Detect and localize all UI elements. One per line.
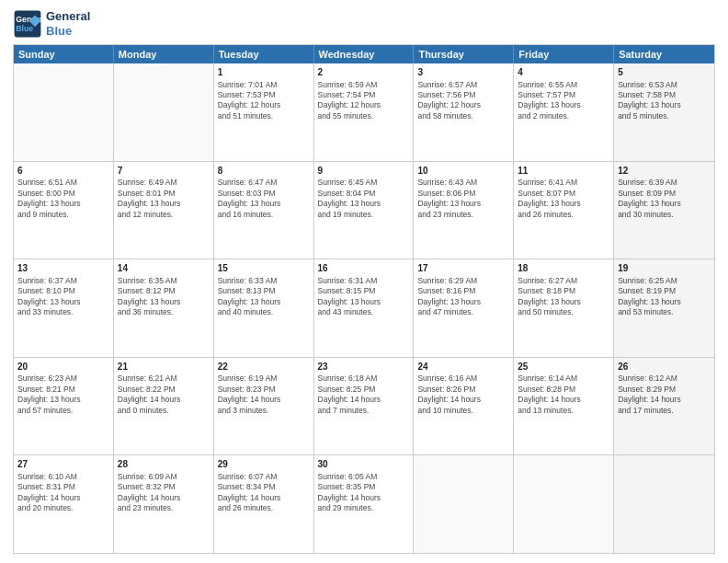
- day-cell-7: 7Sunrise: 6:49 AMSunset: 8:01 PMDaylight…: [114, 162, 214, 259]
- day-info: Sunrise: 6:07 AMSunset: 8:34 PMDaylight:…: [218, 472, 310, 514]
- day-number: 3: [417, 66, 509, 79]
- calendar: SundayMondayTuesdayWednesdayThursdayFrid…: [13, 44, 715, 554]
- day-of-week-wednesday: Wednesday: [314, 45, 415, 63]
- day-cell-10: 10Sunrise: 6:43 AMSunset: 8:06 PMDayligh…: [414, 162, 514, 259]
- day-cell-19: 19Sunrise: 6:25 AMSunset: 8:19 PMDayligh…: [614, 259, 714, 357]
- day-cell-12: 12Sunrise: 6:39 AMSunset: 8:09 PMDayligh…: [614, 162, 714, 259]
- day-info: Sunrise: 6:57 AMSunset: 7:56 PMDaylight:…: [417, 80, 509, 122]
- day-cell-26: 26Sunrise: 6:12 AMSunset: 8:29 PMDayligh…: [614, 358, 714, 455]
- calendar-header: SundayMondayTuesdayWednesdayThursdayFrid…: [14, 45, 714, 63]
- day-cell-2: 2Sunrise: 6:59 AMSunset: 7:54 PMDaylight…: [314, 63, 415, 161]
- calendar-week-3: 13Sunrise: 6:37 AMSunset: 8:10 PMDayligh…: [14, 259, 714, 357]
- day-number: 20: [17, 361, 109, 373]
- empty-cell: [614, 455, 714, 553]
- day-cell-28: 28Sunrise: 6:09 AMSunset: 8:32 PMDayligh…: [114, 455, 214, 553]
- day-number: 6: [17, 165, 109, 178]
- day-info: Sunrise: 6:27 AMSunset: 8:18 PMDaylight:…: [518, 276, 609, 318]
- day-number: 23: [318, 361, 410, 373]
- day-cell-27: 27Sunrise: 6:10 AMSunset: 8:31 PMDayligh…: [14, 455, 114, 553]
- day-of-week-thursday: Thursday: [414, 45, 514, 63]
- day-info: Sunrise: 6:19 AMSunset: 8:23 PMDaylight:…: [218, 373, 310, 416]
- day-cell-24: 24Sunrise: 6:16 AMSunset: 8:26 PMDayligh…: [414, 358, 514, 455]
- day-cell-17: 17Sunrise: 6:29 AMSunset: 8:16 PMDayligh…: [414, 259, 514, 357]
- day-number: 25: [518, 361, 609, 373]
- day-cell-16: 16Sunrise: 6:31 AMSunset: 8:15 PMDayligh…: [314, 259, 415, 357]
- day-cell-14: 14Sunrise: 6:35 AMSunset: 8:12 PMDayligh…: [114, 259, 214, 357]
- day-number: 19: [618, 262, 711, 275]
- day-number: 28: [118, 458, 210, 471]
- day-number: 7: [118, 165, 210, 178]
- day-info: Sunrise: 6:53 AMSunset: 7:58 PMDaylight:…: [618, 80, 711, 122]
- logo-text-general: General: [46, 9, 90, 24]
- day-cell-20: 20Sunrise: 6:23 AMSunset: 8:21 PMDayligh…: [14, 358, 114, 455]
- day-number: 10: [417, 165, 509, 178]
- day-info: Sunrise: 6:45 AMSunset: 8:04 PMDaylight:…: [318, 178, 410, 220]
- day-number: 27: [17, 458, 109, 471]
- day-of-week-tuesday: Tuesday: [214, 45, 314, 63]
- day-info: Sunrise: 6:51 AMSunset: 8:00 PMDaylight:…: [17, 178, 109, 220]
- day-cell-29: 29Sunrise: 6:07 AMSunset: 8:34 PMDayligh…: [214, 455, 314, 553]
- day-info: Sunrise: 6:12 AMSunset: 8:29 PMDaylight:…: [618, 373, 711, 416]
- logo: General Blue General Blue: [13, 9, 90, 39]
- day-info: Sunrise: 6:39 AMSunset: 8:09 PMDaylight:…: [618, 178, 711, 220]
- day-info: Sunrise: 6:29 AMSunset: 8:16 PMDaylight:…: [417, 276, 509, 318]
- day-number: 12: [618, 165, 711, 178]
- day-info: Sunrise: 6:55 AMSunset: 7:57 PMDaylight:…: [518, 80, 609, 122]
- day-cell-13: 13Sunrise: 6:37 AMSunset: 8:10 PMDayligh…: [14, 259, 114, 357]
- day-info: Sunrise: 6:33 AMSunset: 8:13 PMDaylight:…: [218, 276, 310, 318]
- day-info: Sunrise: 6:18 AMSunset: 8:25 PMDaylight:…: [318, 373, 410, 416]
- day-number: 4: [518, 66, 609, 79]
- logo-icon: General Blue: [13, 9, 42, 39]
- logo-text-blue: Blue: [46, 24, 90, 39]
- empty-cell: [114, 63, 214, 161]
- day-number: 24: [417, 361, 509, 373]
- day-number: 8: [218, 165, 310, 178]
- day-info: Sunrise: 6:05 AMSunset: 8:35 PMDaylight:…: [318, 472, 410, 514]
- day-info: Sunrise: 6:31 AMSunset: 8:15 PMDaylight:…: [318, 276, 410, 318]
- day-number: 30: [318, 458, 410, 471]
- day-info: Sunrise: 6:43 AMSunset: 8:06 PMDaylight:…: [417, 178, 509, 220]
- day-info: Sunrise: 6:37 AMSunset: 8:10 PMDaylight:…: [17, 276, 109, 318]
- day-cell-9: 9Sunrise: 6:45 AMSunset: 8:04 PMDaylight…: [314, 162, 415, 259]
- empty-cell: [514, 455, 614, 553]
- day-cell-15: 15Sunrise: 6:33 AMSunset: 8:13 PMDayligh…: [214, 259, 314, 357]
- day-info: Sunrise: 6:35 AMSunset: 8:12 PMDaylight:…: [118, 276, 210, 318]
- day-info: Sunrise: 6:09 AMSunset: 8:32 PMDaylight:…: [118, 472, 210, 514]
- day-number: 15: [218, 262, 310, 275]
- empty-cell: [14, 63, 114, 161]
- day-info: Sunrise: 6:14 AMSunset: 8:28 PMDaylight:…: [518, 373, 609, 416]
- calendar-week-1: 1Sunrise: 7:01 AMSunset: 7:53 PMDaylight…: [14, 63, 714, 161]
- day-number: 9: [318, 165, 410, 178]
- day-number: 29: [218, 458, 310, 471]
- day-number: 14: [118, 262, 210, 275]
- day-cell-21: 21Sunrise: 6:21 AMSunset: 8:22 PMDayligh…: [114, 358, 214, 455]
- calendar-week-5: 27Sunrise: 6:10 AMSunset: 8:31 PMDayligh…: [14, 454, 714, 553]
- day-info: Sunrise: 6:16 AMSunset: 8:26 PMDaylight:…: [417, 373, 509, 416]
- day-of-week-monday: Monday: [114, 45, 214, 63]
- day-cell-18: 18Sunrise: 6:27 AMSunset: 8:18 PMDayligh…: [514, 259, 614, 357]
- day-info: Sunrise: 6:23 AMSunset: 8:21 PMDaylight:…: [17, 373, 109, 416]
- day-info: Sunrise: 6:10 AMSunset: 8:31 PMDaylight:…: [17, 472, 109, 514]
- day-cell-23: 23Sunrise: 6:18 AMSunset: 8:25 PMDayligh…: [314, 358, 415, 455]
- calendar-body: 1Sunrise: 7:01 AMSunset: 7:53 PMDaylight…: [14, 63, 714, 553]
- day-number: 26: [618, 361, 711, 373]
- day-number: 2: [318, 66, 410, 79]
- day-number: 5: [618, 66, 711, 79]
- empty-cell: [414, 455, 514, 553]
- day-of-week-sunday: Sunday: [14, 45, 114, 63]
- day-of-week-friday: Friday: [514, 45, 614, 63]
- day-info: Sunrise: 7:01 AMSunset: 7:53 PMDaylight:…: [218, 80, 310, 122]
- day-cell-1: 1Sunrise: 7:01 AMSunset: 7:53 PMDaylight…: [214, 63, 314, 161]
- day-number: 18: [518, 262, 609, 275]
- day-info: Sunrise: 6:47 AMSunset: 8:03 PMDaylight:…: [218, 178, 310, 220]
- day-number: 16: [318, 262, 410, 275]
- day-cell-22: 22Sunrise: 6:19 AMSunset: 8:23 PMDayligh…: [214, 358, 314, 455]
- calendar-week-2: 6Sunrise: 6:51 AMSunset: 8:00 PMDaylight…: [14, 161, 714, 259]
- day-cell-5: 5Sunrise: 6:53 AMSunset: 7:58 PMDaylight…: [614, 63, 714, 161]
- page-header: General Blue General Blue: [13, 9, 715, 39]
- day-info: Sunrise: 6:49 AMSunset: 8:01 PMDaylight:…: [118, 178, 210, 220]
- day-cell-6: 6Sunrise: 6:51 AMSunset: 8:00 PMDaylight…: [14, 162, 114, 259]
- day-cell-8: 8Sunrise: 6:47 AMSunset: 8:03 PMDaylight…: [214, 162, 314, 259]
- svg-text:Blue: Blue: [16, 24, 33, 33]
- day-cell-4: 4Sunrise: 6:55 AMSunset: 7:57 PMDaylight…: [514, 63, 614, 161]
